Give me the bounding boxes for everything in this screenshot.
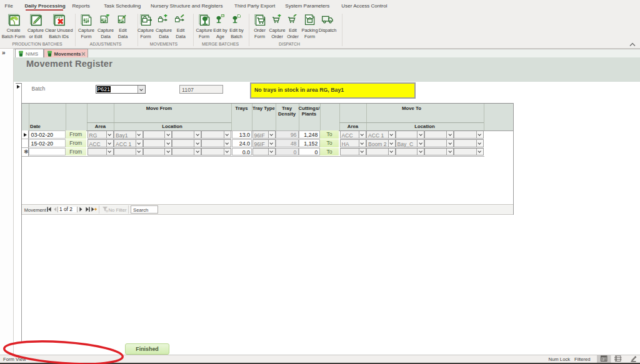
svg-text:18: 18 [221,14,224,17]
svg-text:1 of 2: 1 of 2 [59,207,72,212]
